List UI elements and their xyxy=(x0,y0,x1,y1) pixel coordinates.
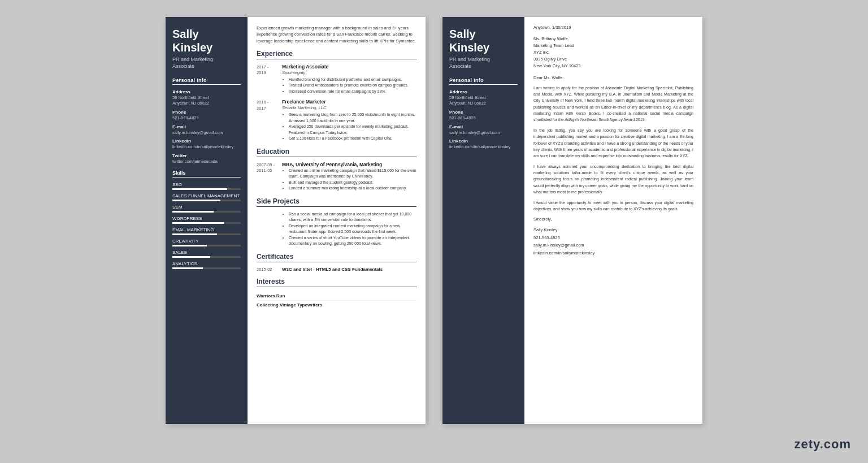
address-value: 59 Northfield StreetAnytown, NJ 06022 xyxy=(172,95,241,106)
cover-closing: Sincerely, xyxy=(533,217,693,222)
entry-date: 2017 -2019 xyxy=(257,64,282,95)
bullet-item: Created a series of short YouTube videos… xyxy=(289,235,416,247)
interests-section: Interests Warriors RunCollecting Vintage… xyxy=(257,278,416,309)
cover-paragraph: I have always admired your uncompromisin… xyxy=(533,163,693,195)
side-projects-list: Ran a social media ad campaign for a loc… xyxy=(257,211,416,247)
skill-item: SEO xyxy=(172,182,241,190)
email-value: sally.m.kinsley@gmail.com xyxy=(172,130,241,136)
cert-title: W3C and Intel - HTML5 and CSS Fundamenta… xyxy=(282,267,383,272)
entry-body: Ran a social media ad campaign for a loc… xyxy=(282,211,416,247)
cover-letter-document: SallyKinsley PR and MarketingAssociate P… xyxy=(442,17,702,424)
skill-name: SALES xyxy=(172,250,241,255)
skill-bar-bg xyxy=(172,256,241,258)
resume-title: PR and MarketingAssociate xyxy=(172,57,241,70)
skill-name: SEO xyxy=(172,182,241,187)
cover-salutation: Dear Ms. Wolfe: xyxy=(533,75,693,80)
skill-bar-fill xyxy=(172,211,214,213)
bullet-item: Handled branding for distributed platfor… xyxy=(289,77,416,83)
resume-name: SallyKinsley xyxy=(172,27,241,54)
twitter-label: Twitter xyxy=(172,153,241,158)
entry-title: Marketing Associate xyxy=(282,64,416,70)
list-item: 2015-02W3C and Intel - HTML5 and CSS Fun… xyxy=(257,267,416,272)
skills-heading: Skills xyxy=(172,170,241,178)
certificates-section: Certificates 2015-02W3C and Intel - HTML… xyxy=(257,253,416,272)
skill-bar-bg xyxy=(172,188,241,190)
skill-bar-bg xyxy=(172,211,241,213)
cover-personal-info-heading: Personal Info xyxy=(449,77,518,85)
skill-bar-bg xyxy=(172,245,241,246)
entry-org: Spinintegrity xyxy=(282,70,416,75)
cover-recipient: Ms. Brittany Wolfe Marketing Team Lead X… xyxy=(533,36,693,70)
cover-paragraph: I would value the opportunity to meet wi… xyxy=(533,200,693,212)
certificates-heading: Certificates xyxy=(257,253,416,262)
resume-sidebar: SallyKinsley PR and MarketingAssociate P… xyxy=(166,17,248,424)
cover-linkedin-value: linkedin.com/in/sallymariekinsley xyxy=(449,144,518,150)
list-item: 2007-09 -2011-05MBA, University of Penns… xyxy=(257,162,416,192)
cover-email-label: E-mail xyxy=(449,124,518,129)
zety-watermark: zety.com xyxy=(794,437,851,452)
recipient-company: XYZ Inc. xyxy=(533,50,550,55)
cover-phone-label: Phone xyxy=(449,110,518,115)
cover-linkedin-label: LinkedIn xyxy=(449,139,518,144)
skill-name: EMAIL MARKETING xyxy=(172,227,241,232)
sig-name: Sally Kinsley xyxy=(533,226,693,234)
cover-phone-value: 521-963-4825 xyxy=(449,115,518,121)
entry-title: MBA, University of Pennsylvania, Marketi… xyxy=(282,162,416,167)
interest-item: Warriors Run xyxy=(257,292,416,301)
entry-bullets: Grew a marketing blog from zero to 25,00… xyxy=(282,112,416,142)
bullet-item: Grew a marketing blog from zero to 25,00… xyxy=(289,112,416,124)
education-heading: Education xyxy=(257,148,416,157)
skill-bar-fill xyxy=(172,245,207,246)
education-list: 2007-09 -2011-05MBA, University of Penns… xyxy=(257,162,416,192)
entry-date xyxy=(257,211,282,247)
skill-item: WORDPRESS xyxy=(172,216,241,224)
sig-linkedin: linkedin.com/in/sallymariekinsley xyxy=(533,249,693,257)
skill-bar-bg xyxy=(172,222,241,224)
resume-summary: Experienced growth marketing manager wit… xyxy=(257,25,416,44)
skill-item: SALES FUNNEL MANAGEMENT xyxy=(172,193,241,201)
entry-title: Freelance Marketer xyxy=(282,99,416,105)
bullet-item: Increased conversion rate for email camp… xyxy=(289,89,416,95)
skill-item: ANALYTICS xyxy=(172,261,241,269)
skill-item: CREATIVITY xyxy=(172,239,241,246)
sig-email: sally.m.kinsley@gmail.com xyxy=(533,241,693,249)
entry-date: 2016 -2017 xyxy=(257,99,282,142)
list-item: 2017 -2019Marketing AssociateSpinintegri… xyxy=(257,64,416,95)
side-projects-section: Side Projects Ran a social media ad camp… xyxy=(257,197,416,247)
skill-bar-bg xyxy=(172,233,241,235)
entry-bullets: Handled branding for distributed platfor… xyxy=(282,77,416,95)
bullet-item: Averaged 250 downloads per episode for w… xyxy=(289,124,416,136)
linkedin-label: LinkedIn xyxy=(172,139,241,144)
skills-list: SEOSALES FUNNEL MANAGEMENTSEMWORDPRESSEM… xyxy=(172,182,241,269)
jobs-list: 2017 -2019Marketing AssociateSpinintegri… xyxy=(257,64,416,142)
skill-name: WORDPRESS xyxy=(172,216,241,221)
skill-name: CREATIVITY xyxy=(172,239,241,244)
cover-main: Anytown, 1/30/2019 Ms. Brittany Wolfe Ma… xyxy=(524,17,702,424)
skill-bar-fill xyxy=(172,256,210,258)
entry-org: Secada Marketing, LLC xyxy=(282,105,416,110)
cover-sidebar: SallyKinsley PR and MarketingAssociate P… xyxy=(442,17,524,424)
interests-heading: Interests xyxy=(257,278,416,287)
skill-bar-bg xyxy=(172,267,241,269)
skill-name: SALES FUNNEL MANAGEMENT xyxy=(172,193,241,198)
experience-section: Experience 2017 -2019Marketing Associate… xyxy=(257,50,416,142)
phone-label: Phone xyxy=(172,110,241,115)
resume-document: SallyKinsley PR and MarketingAssociate P… xyxy=(166,17,426,424)
entry-body: Marketing AssociateSpinintegrityHandled … xyxy=(282,64,416,95)
twitter-value: twitter.com/jaimesecada xyxy=(172,159,241,165)
cover-email-value: sally.m.kinsley@gmail.com xyxy=(449,130,518,136)
skill-bar-fill xyxy=(172,200,220,201)
skill-bar-fill xyxy=(172,222,224,224)
phone-value: 521-963-4825 xyxy=(172,115,241,121)
interests-list: Warriors RunCollecting Vintage Typewrite… xyxy=(257,292,416,309)
recipient-name: Ms. Brittany Wolfe xyxy=(533,36,568,41)
entry-bullets: Ran a social media ad campaign for a loc… xyxy=(282,211,416,247)
education-section: Education 2007-09 -2011-05MBA, Universit… xyxy=(257,148,416,192)
bullet-item: Trained Brand Ambassadors to promote eve… xyxy=(289,83,416,89)
skill-item: SEM xyxy=(172,205,241,213)
email-label: E-mail xyxy=(172,124,241,129)
cover-date: Anytown, 1/30/2019 xyxy=(533,25,693,30)
cover-signature: Sally Kinsley 521-963-4825 sally.m.kinsl… xyxy=(533,226,693,257)
bullet-item: Built and managed the student geology po… xyxy=(289,180,416,186)
cover-paragraphs: I am writing to apply for the position o… xyxy=(533,85,693,212)
